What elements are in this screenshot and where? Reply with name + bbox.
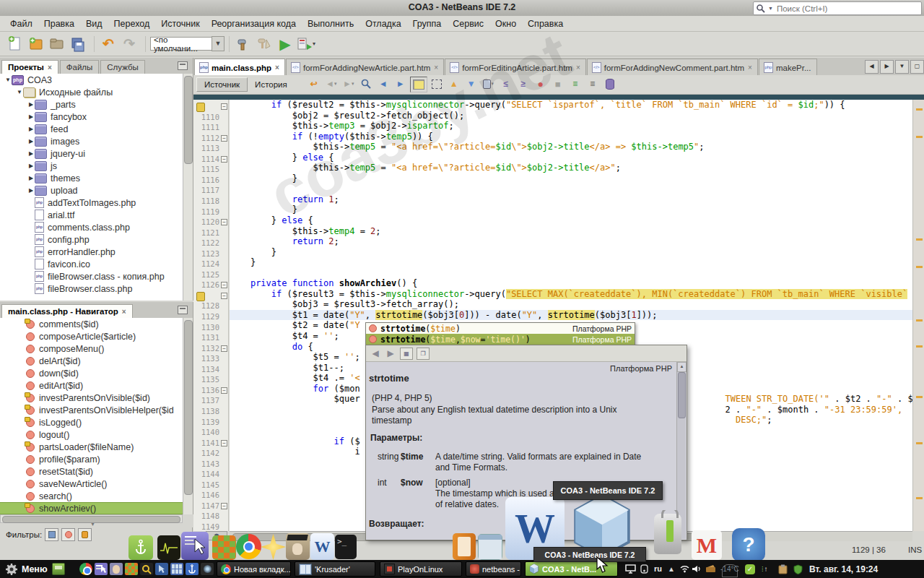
graduate-dock-icon[interactable] bbox=[286, 533, 310, 560]
task-button-0[interactable]: Новая вкладк... bbox=[217, 561, 291, 577]
shift-right-icon[interactable]: ≥ bbox=[515, 77, 531, 91]
menu-item[interactable]: Переход bbox=[108, 17, 156, 30]
search-dropdown-icon[interactable]: ▼ bbox=[768, 6, 773, 11]
star-dock-icon[interactable] bbox=[261, 534, 286, 560]
toggle-highlight-icon[interactable] bbox=[410, 77, 427, 92]
indicator-dots-tray-icon[interactable]: ⁞↑ bbox=[762, 564, 768, 573]
comment-icon[interactable]: ≡ bbox=[567, 77, 583, 91]
wifi-tray-icon[interactable] bbox=[679, 564, 690, 574]
display-tray-icon[interactable] bbox=[625, 564, 636, 575]
navigator-item[interactable]: investParentsOnVisibleHelper($id bbox=[0, 404, 193, 416]
word-small-dock-icon[interactable]: W bbox=[310, 533, 334, 560]
search-input[interactable] bbox=[775, 4, 921, 14]
notifier-tray-icon[interactable] bbox=[640, 564, 649, 575]
doc-forward-icon[interactable]: ▶ bbox=[385, 348, 396, 359]
tree-item[interactable]: ▶jquery-ui bbox=[0, 147, 193, 160]
menu-item[interactable]: Группа bbox=[407, 17, 448, 30]
uncomment-icon[interactable]: ≡ bbox=[585, 77, 601, 91]
run-config-combo[interactable]: <по умолчани... bbox=[150, 37, 212, 51]
navigator-item[interactable]: composeMenu() bbox=[0, 342, 193, 355]
filter-static-button[interactable] bbox=[61, 528, 75, 541]
tree-item[interactable]: ▶images bbox=[0, 135, 193, 147]
fold-icon[interactable]: − bbox=[221, 387, 227, 394]
language-indicator[interactable]: ru bbox=[654, 564, 662, 573]
anchor-launcher-icon[interactable] bbox=[186, 563, 199, 575]
watering-can-dock-icon[interactable] bbox=[648, 510, 687, 560]
save-all-icon[interactable] bbox=[69, 35, 87, 53]
tree-item[interactable]: ▶themes bbox=[0, 172, 193, 184]
navigator-item[interactable]: partsLoader($fileName) bbox=[0, 441, 193, 453]
back-icon[interactable]: ◄▾ bbox=[323, 77, 339, 91]
navigator-item[interactable]: comments($id) bbox=[0, 318, 193, 330]
window-small-dock-icon[interactable] bbox=[478, 534, 502, 560]
next-bookmark-icon[interactable]: ▼ bbox=[463, 77, 479, 91]
completion-item[interactable]: strtotime($time, $now = 'time()')Платфор… bbox=[366, 334, 635, 345]
doc-show-icon[interactable]: ▦ bbox=[400, 348, 413, 360]
fold-icon[interactable]: − bbox=[221, 293, 227, 299]
collapse-tray-icon[interactable]: ▲ bbox=[668, 564, 675, 573]
close-icon[interactable]: × bbox=[122, 308, 126, 316]
error-stripe-mark[interactable] bbox=[916, 396, 923, 398]
completion-item[interactable]: strtotime($time)Платформа PHP bbox=[366, 323, 635, 334]
stop-macro-icon[interactable]: ■ bbox=[550, 77, 566, 91]
sidebar-tab-1[interactable]: Файлы bbox=[60, 60, 100, 74]
weather-tray-icon[interactable]: -14°C bbox=[722, 564, 738, 577]
show-desktop-launcher-icon[interactable] bbox=[52, 563, 65, 575]
fold-icon[interactable]: − bbox=[221, 219, 227, 225]
minimize-panel-icon[interactable] bbox=[178, 61, 188, 70]
rect-selection-icon[interactable] bbox=[429, 77, 445, 91]
fold-icon[interactable]: − bbox=[221, 282, 227, 288]
error-stripe-mark[interactable] bbox=[916, 345, 923, 348]
tree-item[interactable]: ▶feed bbox=[0, 123, 193, 135]
navigator-item[interactable]: down($id) bbox=[0, 367, 193, 379]
clean-build-icon[interactable] bbox=[255, 35, 274, 53]
menu-item[interactable]: Реорганизация кода bbox=[206, 17, 302, 30]
next-occurrence-icon[interactable]: ► bbox=[393, 77, 409, 91]
editor-tab-3[interactable]: </>formForAddingNewComment.part.htm× bbox=[587, 59, 758, 75]
fold-icon[interactable]: − bbox=[221, 440, 227, 447]
error-stripe-mark[interactable] bbox=[916, 442, 923, 444]
navigator-tab[interactable]: main.class.php - Навигатор× bbox=[1, 304, 133, 318]
fold-icon[interactable]: − bbox=[221, 103, 227, 110]
menu-item[interactable]: Окно bbox=[489, 17, 522, 30]
fold-icon[interactable]: − bbox=[221, 503, 227, 509]
menu-item[interactable]: Источник bbox=[155, 17, 205, 30]
grid-launcher-icon[interactable] bbox=[170, 563, 183, 575]
tree-item[interactable]: ▼phpCOA3 bbox=[0, 74, 193, 86]
find-icon[interactable] bbox=[358, 77, 374, 91]
navigator-item[interactable]: showArchiev() bbox=[0, 502, 193, 514]
navigator-item[interactable]: saveNewArticle() bbox=[0, 478, 193, 490]
anchor-dock-icon[interactable] bbox=[128, 535, 153, 560]
error-stripe[interactable] bbox=[912, 100, 924, 531]
tree-item[interactable]: ▶js bbox=[0, 160, 193, 172]
menu-item[interactable]: Сервис bbox=[447, 17, 489, 30]
tree-item[interactable]: ▼Исходные файлы bbox=[0, 86, 193, 98]
tree-item[interactable]: favicon.ico bbox=[0, 258, 193, 270]
menu-item[interactable]: Файл bbox=[4, 17, 38, 30]
camera-launcher-icon[interactable] bbox=[201, 563, 214, 575]
menu-item[interactable]: Отладка bbox=[359, 17, 406, 30]
tree-item[interactable]: phpcomments.class.php bbox=[0, 221, 193, 233]
navigator-item[interactable]: editArt($id) bbox=[0, 379, 193, 392]
record-macro-icon[interactable]: ● bbox=[533, 77, 549, 91]
help-dock-icon[interactable]: ? bbox=[732, 528, 765, 561]
tab-list-dropdown-icon[interactable]: ▼ bbox=[895, 60, 909, 74]
tab-scroll-left-icon[interactable]: ◀ bbox=[865, 60, 879, 74]
chrome-dock-icon[interactable] bbox=[236, 534, 261, 559]
navigator-item[interactable]: investParentsOnVisible($id) bbox=[0, 392, 193, 404]
clock[interactable]: Вт. авг. 14, 19:24 bbox=[809, 564, 878, 574]
error-stripe-mark[interactable] bbox=[916, 238, 923, 241]
menu-item[interactable]: Выполнить bbox=[302, 17, 359, 30]
redo-icon[interactable]: ↷ bbox=[120, 35, 139, 53]
fold-icon[interactable]: − bbox=[221, 345, 227, 352]
task-button-2[interactable]: PlayOnLinux bbox=[380, 561, 462, 577]
face-launcher-icon[interactable] bbox=[110, 563, 123, 575]
search-launcher-icon[interactable] bbox=[140, 563, 153, 575]
tree-item[interactable]: arial.ttf bbox=[0, 209, 193, 221]
task-button-1[interactable]: 'Krusader' bbox=[295, 561, 375, 577]
terminal-dock-icon[interactable]: >_ bbox=[335, 535, 357, 559]
tree-item[interactable]: phpconfig.php bbox=[0, 233, 193, 246]
navigator-item[interactable]: delArt($id) bbox=[0, 355, 193, 367]
tree-item[interactable]: ▶fancybox bbox=[0, 111, 193, 123]
tree-item[interactable]: phperrorHandler.php bbox=[0, 246, 193, 258]
